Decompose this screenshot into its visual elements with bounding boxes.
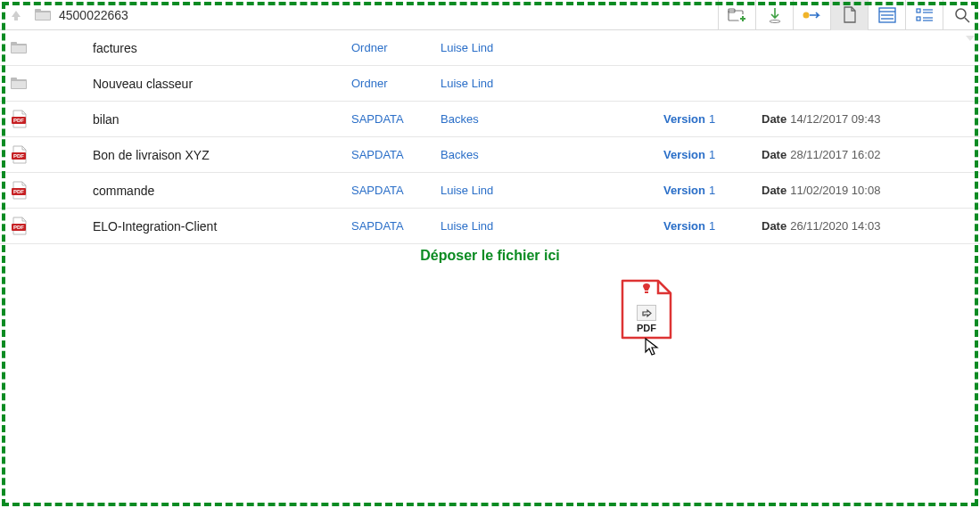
mouse-cursor-icon	[644, 337, 660, 359]
file-date: Date14/12/2017 09:43	[758, 112, 972, 126]
folder-icon	[34, 8, 52, 22]
file-type[interactable]: SAPDATA	[348, 184, 437, 197]
svg-rect-12	[917, 9, 920, 12]
view-list-button[interactable]	[905, 0, 943, 30]
svg-rect-25	[12, 81, 26, 88]
file-name: Bon de livraison XYZ	[89, 148, 348, 162]
file-name: bilan	[89, 112, 348, 127]
file-name: commande	[89, 184, 348, 198]
version-value: 1	[709, 112, 715, 126]
svg-text:PDF: PDF	[13, 153, 24, 159]
pdf-icon: PDF	[0, 217, 36, 236]
svg-text:PDF: PDF	[13, 118, 24, 123]
nav-up-button[interactable]	[5, 4, 27, 26]
version-label: Version	[663, 184, 705, 197]
file-name: ELO-Integration-Client	[89, 219, 348, 234]
table-row[interactable]: PDFELO-Integration-ClientSAPDATALuise Li…	[0, 209, 980, 244]
file-type[interactable]: SAPDATA	[348, 112, 437, 126]
file-owner[interactable]: Backes	[437, 112, 660, 126]
file-date: Date11/02/2019 10:08	[758, 184, 972, 197]
version-value: 1	[709, 219, 715, 233]
version-label: Version	[663, 219, 705, 233]
file-owner[interactable]: Luise Lind	[437, 219, 660, 233]
date-label: Date	[762, 112, 786, 126]
toolbar	[718, 0, 980, 30]
pdf-badge-icon	[640, 283, 653, 297]
svg-point-18	[956, 9, 966, 19]
pdf-icon: PDF	[0, 145, 36, 165]
date-value: 26/11/2020 14:03	[790, 219, 880, 233]
version-value: 1	[709, 148, 715, 161]
svg-rect-22	[12, 45, 26, 53]
table-row[interactable]: PDFBon de livraison XYZSAPDATABackesVers…	[0, 137, 980, 173]
scroll-up-hint-icon	[966, 36, 975, 41]
svg-rect-24	[11, 78, 17, 81]
pdf-icon: PDF	[0, 110, 36, 129]
file-type[interactable]: Ordner	[348, 41, 437, 54]
date-label: Date	[762, 219, 786, 233]
svg-rect-34	[645, 291, 648, 293]
search-button[interactable]	[943, 0, 980, 30]
new-folder-button[interactable]	[718, 0, 755, 30]
folder-icon	[0, 76, 36, 92]
table-row[interactable]: PDFbilanSAPDATABackesVersion1Date14/12/2…	[0, 102, 980, 137]
table-row[interactable]: PDFcommandeSAPDATALuise LindVersion1Date…	[0, 173, 980, 209]
svg-rect-13	[917, 17, 920, 20]
checkout-button[interactable]	[793, 0, 830, 30]
version-label: Version	[663, 148, 705, 161]
pdf-icon: PDF	[0, 181, 36, 201]
svg-point-6	[770, 20, 780, 22]
svg-line-19	[965, 18, 969, 22]
date-value: 14/12/2017 09:43	[790, 112, 880, 126]
date-label: Date	[762, 148, 786, 161]
version-label: Version	[663, 112, 705, 126]
svg-text:PDF: PDF	[13, 189, 24, 194]
file-type[interactable]: SAPDATA	[348, 219, 437, 233]
table-row[interactable]: facturesOrdnerLuise Lind	[0, 30, 980, 66]
header-bar: 4500022663	[0, 0, 980, 30]
date-value: 28/11/2017 16:02	[790, 148, 880, 161]
view-document-button[interactable]	[830, 0, 868, 30]
file-type[interactable]: Ordner	[348, 77, 437, 90]
file-date: Date26/11/2020 14:03	[758, 219, 972, 233]
download-button[interactable]	[755, 0, 793, 30]
file-version: Version1	[660, 184, 758, 197]
drop-here-label: Déposer le fichier ici	[0, 248, 980, 264]
drag-ghost-label: PDF	[619, 323, 674, 333]
svg-rect-2	[36, 12, 50, 20]
version-value: 1	[709, 184, 715, 197]
file-owner[interactable]: Luise Lind	[437, 41, 660, 54]
svg-rect-1	[35, 9, 41, 12]
file-owner[interactable]: Luise Lind	[437, 184, 660, 197]
file-owner[interactable]: Luise Lind	[437, 77, 660, 90]
file-name: factures	[89, 41, 348, 55]
file-date: Date28/11/2017 16:02	[758, 148, 972, 161]
page-title: 4500022663	[59, 8, 128, 22]
file-name: Nouveau classeur	[89, 77, 348, 91]
table-row[interactable]: Nouveau classeurOrdnerLuise Lind	[0, 66, 980, 102]
date-label: Date	[762, 184, 786, 197]
shortcut-arrow-icon	[637, 305, 656, 321]
file-type[interactable]: SAPDATA	[348, 148, 437, 161]
file-version: Version1	[660, 148, 758, 161]
file-version: Version1	[660, 112, 758, 126]
folder-icon	[0, 40, 36, 56]
date-value: 11/02/2019 10:08	[790, 184, 880, 197]
svg-text:PDF: PDF	[13, 225, 24, 230]
drag-ghost: PDF	[619, 278, 674, 340]
file-owner[interactable]: Backes	[437, 148, 660, 161]
svg-rect-21	[11, 42, 17, 45]
file-version: Version1	[660, 219, 758, 233]
file-list: facturesOrdnerLuise LindNouveau classeur…	[0, 30, 980, 244]
view-form-button[interactable]	[868, 0, 905, 30]
svg-point-7	[803, 12, 809, 18]
